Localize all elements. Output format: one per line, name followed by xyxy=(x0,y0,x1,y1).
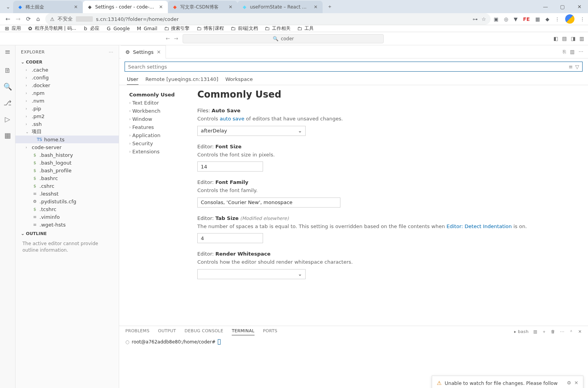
forward-button[interactable]: → xyxy=(16,15,21,22)
setting-select[interactable]: ⌄ xyxy=(197,269,306,279)
filter-icon[interactable]: ▽ xyxy=(575,64,579,70)
bookmark-item[interactable]: 🗀博客|课程 xyxy=(196,25,224,32)
history-forward-icon[interactable]: → xyxy=(174,36,178,41)
tree-item[interactable]: ⚙.pydistutils.cfg xyxy=(15,197,119,205)
layout-sidebar-icon[interactable]: ◧ xyxy=(554,36,558,41)
outline-section[interactable]: ⌄ OUTLINE xyxy=(15,230,119,237)
toc-item[interactable]: ›Window xyxy=(129,115,185,123)
address-bar[interactable]: ⚠ 不安全 s.cn:13140/?folder=/home/coder ⊶ ☆ xyxy=(45,13,491,25)
tree-item[interactable]: $.tcshrc xyxy=(15,205,119,213)
scope-tab[interactable]: Workspace xyxy=(225,76,253,85)
extension-icon[interactable]: ▣ xyxy=(494,16,498,22)
search-icon[interactable]: 🔍 xyxy=(3,82,12,91)
tree-item[interactable]: $.bash_logout xyxy=(15,159,119,167)
extensions-menu[interactable]: ⋮ xyxy=(555,16,560,22)
bookmark-item[interactable]: b必应 xyxy=(82,25,99,32)
browser-menu[interactable]: ⋮ xyxy=(580,16,585,22)
tree-item[interactable]: $.bash_profile xyxy=(15,167,119,174)
browser-tab[interactable]: ◆Settings - coder - code-serve✕ xyxy=(83,1,168,13)
tab-settings[interactable]: ⚙ Settings ✕ xyxy=(121,45,166,58)
maximize-button[interactable]: ▢ xyxy=(554,0,571,13)
close-window-button[interactable]: ✕ xyxy=(571,0,588,13)
setting-select[interactable]: afterDelay⌄ xyxy=(197,126,306,136)
panel-tab[interactable]: TERMINAL xyxy=(232,328,254,335)
extension-icon[interactable]: ◆ xyxy=(545,16,549,22)
tree-item[interactable]: $.bash_history xyxy=(15,151,119,159)
sidebar-more-icon[interactable]: ··· xyxy=(109,50,113,55)
tree-item[interactable]: $.bashrc xyxy=(15,174,119,182)
tree-item[interactable]: ›.npm xyxy=(15,89,119,97)
tree-item[interactable]: ›.cache xyxy=(15,66,119,74)
panel-tab[interactable]: PROBLEMS xyxy=(125,328,149,335)
notification-gear-icon[interactable]: ⚙ xyxy=(567,380,571,386)
settings-search-box[interactable]: ≡ ▽ xyxy=(125,62,583,72)
panel-tab[interactable]: OUTPUT xyxy=(158,328,176,335)
toc-item[interactable]: ›Text Editor xyxy=(129,99,185,107)
maximize-panel-icon[interactable]: ＾ xyxy=(569,329,573,335)
layout-customize-icon[interactable]: ▥ xyxy=(579,36,584,41)
toc-item[interactable]: ›Application xyxy=(129,131,185,139)
tree-item[interactable]: ›.pip xyxy=(15,105,119,112)
toc-item[interactable]: ›Extensions xyxy=(129,148,185,156)
bookmark-item[interactable]: 🗀工作相关 xyxy=(264,25,291,32)
setting-number-input[interactable]: 4 xyxy=(197,233,263,243)
terminal-shell-label[interactable]: ▸ bash xyxy=(514,329,528,334)
split-terminal-icon[interactable]: ▥ xyxy=(533,329,537,334)
close-tab-icon[interactable]: ✕ xyxy=(313,4,319,10)
browser-tab[interactable]: ◆稀土掘金✕ xyxy=(13,1,83,13)
layout-right-icon[interactable]: ◨ xyxy=(571,36,575,41)
close-tab-icon[interactable]: ✕ xyxy=(73,4,79,10)
tree-item[interactable]: TShome.ts xyxy=(15,136,119,143)
close-tab-icon[interactable]: ✕ xyxy=(157,49,161,55)
new-tab-button[interactable]: ＋ xyxy=(324,3,335,10)
history-back-icon[interactable]: ← xyxy=(166,36,170,41)
layout-panel-icon[interactable]: ▤ xyxy=(562,36,567,41)
password-key-icon[interactable]: ⊶ xyxy=(473,16,478,22)
close-panel-icon[interactable]: ✕ xyxy=(578,329,582,334)
scope-tab[interactable]: Remote [yueqings.cn:13140] xyxy=(145,76,219,85)
open-settings-json-icon[interactable]: ⎘ xyxy=(563,49,566,55)
bookmark-item[interactable]: ⊞应用 xyxy=(4,25,21,32)
bookmark-item[interactable]: 🗀前端|文档 xyxy=(230,25,258,32)
bookmark-item[interactable]: 🗀搜索引擎 xyxy=(163,25,190,32)
tree-item[interactable]: ≡.wget-hsts xyxy=(15,221,119,228)
close-tab-icon[interactable]: ✕ xyxy=(158,4,164,10)
extension-icon[interactable]: ▦ xyxy=(535,16,540,22)
tree-item[interactable]: ≡.lesshst xyxy=(15,190,119,197)
settings-search-input[interactable] xyxy=(128,64,569,70)
run-debug-icon[interactable]: ▷ xyxy=(3,114,12,124)
tree-item[interactable]: ›.config xyxy=(15,74,119,81)
setting-number-input[interactable]: 14 xyxy=(197,161,263,172)
toc-item[interactable]: ›Features xyxy=(129,123,185,131)
tree-item[interactable]: ›.ssh xyxy=(15,120,119,128)
toc-item[interactable]: ›Workbench xyxy=(129,107,185,115)
explorer-icon[interactable]: 🗎 xyxy=(3,65,12,75)
home-button[interactable]: ⌂ xyxy=(36,15,40,22)
command-center[interactable]: 🔍 coder xyxy=(183,34,384,43)
bookmark-item[interactable]: ✿程序员导航网 | 码... xyxy=(27,25,76,32)
extension-icon[interactable]: ▼ xyxy=(514,16,518,22)
new-terminal-icon[interactable]: ＋ xyxy=(542,329,546,335)
tree-item[interactable]: ›.pm2 xyxy=(15,112,119,120)
split-editor-icon[interactable]: ▥ xyxy=(570,49,574,55)
tab-list-dropdown[interactable]: ⌄ xyxy=(3,4,13,10)
profile-avatar[interactable] xyxy=(565,14,574,24)
kill-terminal-icon[interactable]: 🗑 xyxy=(551,329,555,334)
tree-root[interactable]: ⌄ CODER xyxy=(15,58,119,66)
setting-link[interactable]: Editor: Detect Indentation xyxy=(446,223,512,229)
panel-more-icon[interactable]: ··· xyxy=(560,329,564,334)
tree-item[interactable]: ›.docker xyxy=(15,81,119,89)
back-button[interactable]: ← xyxy=(5,15,10,22)
toc-item[interactable]: ›Security xyxy=(129,139,185,148)
notification-close-icon[interactable]: ✕ xyxy=(574,380,578,386)
setting-text-input[interactable]: Consolas, 'Courier New', monospace xyxy=(197,197,340,208)
menu-hamburger-icon[interactable]: ≡ xyxy=(3,47,12,56)
tree-item[interactable]: ≡.viminfo xyxy=(15,213,119,221)
bookmark-star-icon[interactable]: ☆ xyxy=(482,16,486,22)
bookmark-item[interactable]: MGmail xyxy=(136,26,157,32)
tree-item[interactable]: ›.nvm xyxy=(15,97,119,105)
setting-link[interactable]: auto save xyxy=(220,116,244,122)
panel-tab[interactable]: DEBUG CONSOLE xyxy=(185,328,223,335)
toc-item[interactable]: Commonly Used xyxy=(129,91,185,99)
bookmark-item[interactable]: GGoogle xyxy=(106,26,130,32)
